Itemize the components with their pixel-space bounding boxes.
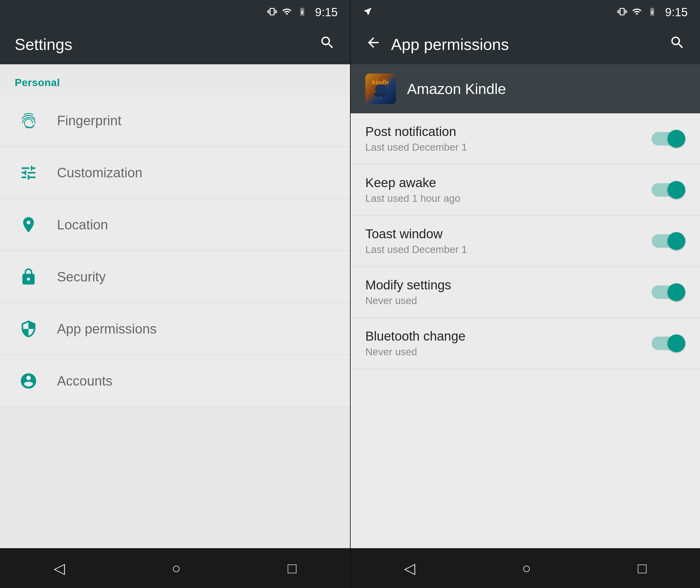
recent-nav-left[interactable]: □ [288,560,297,577]
home-nav-left[interactable]: ○ [172,560,181,577]
nav-bar-right: ◁ ○ □ [351,548,700,588]
perm-sub-modify-settings: Never used [365,295,451,307]
battery-icon-right [647,7,658,18]
status-bar-left: 9:15 [0,0,350,25]
perm-item-post-notification: Post notification Last used December 1 [351,113,700,164]
perm-name-keep-awake: Keep awake [365,175,460,190]
kindle-app-name: Amazon Kindle [407,81,506,97]
back-nav-left[interactable]: ◁ [54,560,65,577]
accounts-icon [19,372,38,390]
signal-icon-right [632,7,642,18]
security-icon-wrap [15,268,42,286]
settings-item-fingerprint[interactable]: Fingerprint [0,95,350,147]
perm-name-toast-window: Toast window [365,227,467,241]
fingerprint-icon-wrap [15,111,42,130]
security-label: Security [57,269,106,285]
time-left: 9:15 [315,6,338,18]
back-button-right[interactable] [365,35,381,54]
toggle-knob [668,130,685,148]
settings-content: Personal Fingerprint Custom [0,64,350,548]
home-nav-right[interactable]: ○ [522,560,531,577]
perm-item-modify-settings: Modify settings Never used [351,267,700,318]
fingerprint-icon [19,111,38,130]
app-bar-settings: Settings [0,25,350,64]
perm-name-post-notification: Post notification [365,124,467,139]
perm-item-bluetooth-change: Bluetooth change Never used [351,318,700,369]
vibrate-icon-right [617,7,627,18]
perm-sub-post-notification: Last used December 1 [365,141,467,153]
toggle-knob [668,283,685,301]
customization-icon-wrap [15,164,42,182]
toggle-knob [668,181,685,199]
settings-item-security[interactable]: Security [0,251,350,303]
svg-point-5 [375,85,386,93]
perm-name-bluetooth-change: Bluetooth change [365,329,466,344]
toggle-knob [668,232,685,250]
permissions-list: Post notification Last used December 1 K… [351,113,700,548]
kindle-app-header: kindle Amazon Kindle [351,64,700,113]
perm-sub-bluetooth-change: Never used [365,346,466,358]
fingerprint-label: Fingerprint [57,113,121,128]
nav-bar-left: ◁ ○ □ [0,548,350,588]
toggle-toast-window[interactable] [652,232,685,250]
toggle-keep-awake[interactable] [652,181,685,199]
perm-sub-toast-window: Last used December 1 [365,244,467,255]
customization-icon [19,164,38,182]
app-bar-permissions: App permissions [351,25,700,64]
perm-name-modify-settings: Modify settings [365,278,451,292]
recent-nav-right[interactable]: □ [638,560,647,577]
search-button-right[interactable] [669,35,685,54]
kindle-app-icon: kindle [365,73,396,104]
accounts-icon-wrap [15,372,42,390]
signal-icon [282,7,292,18]
app-permissions-icon-wrap [15,320,42,338]
app-permissions-label: App permissions [57,321,157,337]
app-permissions-panel: 9:15 App permissions [350,0,700,588]
vibrate-icon [267,7,277,18]
accounts-label: Accounts [57,373,112,389]
settings-panel: 9:15 Settings Personal Fingerprint [0,0,350,588]
perm-text-toast-window: Toast window Last used December 1 [365,227,467,255]
location-label: Location [57,217,108,232]
toggle-bluetooth-change[interactable] [652,334,685,352]
time-right: 9:15 [665,6,688,18]
perm-text-post-notification: Post notification Last used December 1 [365,124,467,153]
toggle-knob [668,334,685,352]
perm-text-modify-settings: Modify settings Never used [365,278,451,307]
status-icons-right: 9:15 [617,6,688,18]
perm-item-keep-awake: Keep awake Last used 1 hour ago [351,164,700,216]
settings-item-location[interactable]: Location [0,199,350,251]
content-spacer [351,369,700,548]
perm-item-toast-window: Toast window Last used December 1 [351,216,700,267]
settings-item-app-permissions[interactable]: App permissions [0,303,350,355]
status-bar-right: 9:15 [351,0,700,25]
perm-text-bluetooth-change: Bluetooth change Never used [365,329,466,358]
settings-item-customization[interactable]: Customization [0,147,350,199]
permissions-title: App permissions [391,35,669,54]
perm-sub-keep-awake: Last used 1 hour ago [365,193,460,204]
shield-icon [19,320,38,338]
settings-item-accounts[interactable]: Accounts [0,355,350,407]
battery-icon [297,7,308,18]
perm-text-keep-awake: Keep awake Last used 1 hour ago [365,175,460,204]
toggle-post-notification[interactable] [652,130,685,148]
personal-section-header: Personal [0,64,350,95]
security-icon [19,268,38,286]
status-icons-left: 9:15 [267,6,338,18]
back-nav-right[interactable]: ◁ [404,560,415,577]
search-button-left[interactable] [319,35,335,54]
customization-label: Customization [57,165,142,180]
location-icon [19,216,38,234]
settings-title: Settings [15,35,319,54]
toggle-modify-settings[interactable] [652,283,685,301]
location-icon-wrap [15,216,42,234]
